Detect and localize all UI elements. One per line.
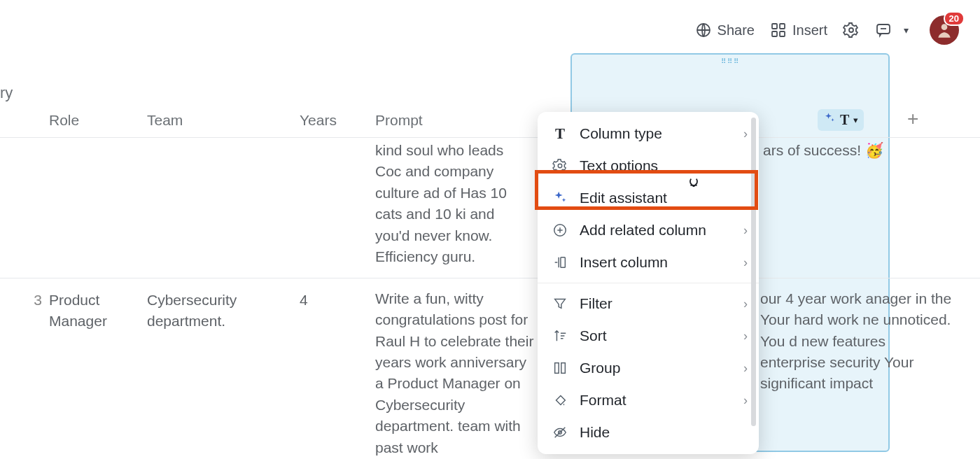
menu-text-options[interactable]: Text options: [538, 150, 759, 182]
col-header-output[interactable]: [760, 112, 980, 129]
insert-column-icon: [552, 254, 568, 271]
chevron-down-icon: ▾: [897, 22, 914, 38]
menu-label: Format: [580, 392, 626, 409]
menu-edit-assistant[interactable]: Edit assistant: [538, 182, 759, 214]
insert-label: Insert: [792, 22, 827, 38]
cell-team: [147, 140, 300, 141]
cell-team: Cybersecurity department.: [147, 288, 300, 332]
group-icon: [552, 360, 568, 376]
eye-off-icon: [552, 424, 568, 441]
chevron-right-icon: ›: [743, 393, 748, 408]
menu-group[interactable]: Group ›: [538, 352, 759, 384]
menu-label: Text options: [580, 157, 658, 174]
col-header-team[interactable]: Team: [147, 112, 300, 129]
svg-rect-3: [772, 31, 777, 36]
cursor-icon: [686, 176, 701, 195]
cell-role: Product Manager: [49, 288, 147, 332]
chevron-right-icon: ›: [743, 127, 748, 141]
menu-sort[interactable]: Sort ›: [538, 320, 759, 352]
text-type-icon: T: [840, 112, 849, 128]
chevron-right-icon: ›: [743, 361, 748, 376]
plus-circle-icon: [552, 222, 568, 239]
sort-icon: [552, 327, 568, 344]
menu-label: Insert column: [580, 254, 668, 271]
gear-icon: [843, 22, 860, 38]
chevron-right-icon: ›: [743, 297, 748, 311]
table-row[interactable]: 3 Product Manager Cybersecurity departme…: [0, 278, 980, 459]
menu-label: Group: [580, 360, 620, 376]
share-label: Share: [718, 22, 755, 38]
paint-bucket-icon: [552, 392, 568, 409]
insert-button[interactable]: Insert: [770, 22, 827, 38]
menu-format[interactable]: Format ›: [538, 384, 759, 416]
menu-label: Edit assistant: [580, 190, 667, 206]
chevron-down-icon: ▾: [853, 115, 858, 125]
drag-handle-icon[interactable]: ⠿⠿⠿: [721, 57, 740, 65]
col-header-years[interactable]: Years: [300, 112, 375, 129]
gear-icon: [552, 157, 568, 174]
menu-hide[interactable]: Hide: [538, 416, 759, 449]
col-header-id[interactable]: [0, 112, 49, 129]
svg-point-5: [849, 28, 853, 32]
menu-label: Sort: [580, 327, 607, 344]
menu-filter[interactable]: Filter ›: [538, 288, 759, 320]
notification-badge: 20: [944, 11, 965, 26]
cell-years: 4: [300, 288, 375, 311]
insert-grid-icon: [770, 22, 787, 38]
table-row[interactable]: kind soul who leads Coc and company cult…: [0, 140, 980, 278]
globe-icon: [695, 22, 712, 38]
chevron-right-icon: ›: [743, 329, 748, 344]
svg-rect-2: [780, 24, 785, 29]
col-header-role[interactable]: Role: [49, 112, 147, 129]
chevron-right-icon: ›: [743, 255, 748, 270]
scrollbar[interactable]: [751, 118, 756, 426]
menu-label: Add related column: [580, 222, 706, 239]
top-toolbar: Share Insert ▾ 20: [695, 15, 959, 45]
menu-label: Column type: [580, 125, 662, 142]
filter-icon: [552, 295, 568, 312]
svg-rect-1: [772, 24, 777, 29]
cell-prompt: Write a fun, witty congratulations post …: [375, 288, 550, 459]
sparkle-icon: [823, 112, 836, 128]
comment-icon: [875, 22, 892, 38]
svg-rect-4: [780, 31, 785, 36]
menu-column-type[interactable]: T Column type ›: [538, 118, 759, 150]
cell-role: [49, 140, 147, 141]
menu-separator: [538, 283, 759, 283]
text-type-icon: T: [552, 125, 568, 142]
menu-add-related-column[interactable]: Add related column ›: [538, 214, 759, 246]
comments-button[interactable]: [875, 22, 892, 38]
cell-prompt: kind soul who leads Coc and company cult…: [375, 140, 542, 268]
svg-rect-10: [561, 257, 565, 268]
chevron-right-icon: ›: [743, 223, 748, 238]
cell-years: [300, 140, 375, 141]
column-context-menu: T Column type › Text options Edit assist…: [538, 112, 759, 454]
column-type-badge[interactable]: T ▾: [818, 109, 864, 131]
share-button[interactable]: Share: [695, 22, 755, 38]
add-column-button[interactable]: +: [907, 108, 918, 130]
cell-id: 3: [0, 288, 49, 311]
menu-label: Filter: [580, 295, 612, 312]
svg-rect-12: [561, 363, 566, 374]
comments-chevron[interactable]: ▾: [897, 22, 914, 38]
avatar[interactable]: 20: [930, 15, 959, 45]
svg-point-8: [558, 164, 562, 168]
breadcrumb-fragment: ry: [0, 84, 13, 102]
menu-label: Hide: [580, 424, 610, 441]
menu-insert-column[interactable]: Insert column ›: [538, 246, 759, 278]
svg-rect-11: [555, 363, 559, 374]
settings-button[interactable]: [843, 22, 860, 38]
sparkle-icon: [552, 190, 568, 206]
cell-id: [0, 140, 49, 141]
